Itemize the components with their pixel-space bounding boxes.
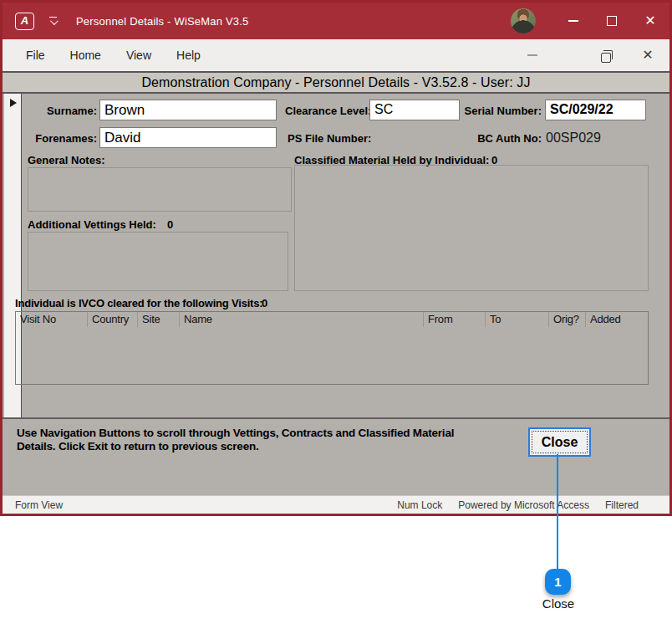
app-window: A Personnel Details - WiSeMan V3.5 ✕ Fil… (0, 0, 672, 516)
bc-auth-no-value: 00SP029 (546, 130, 601, 146)
forenames-label: Forenames: (25, 132, 97, 145)
close-button[interactable]: Close (528, 427, 591, 457)
close-icon: ✕ (644, 14, 655, 28)
restore-icon (601, 50, 612, 61)
quick-access-toolbar-chevron-icon[interactable] (48, 17, 58, 26)
close-window-button[interactable]: ✕ (631, 3, 669, 39)
col-site: Site (138, 312, 180, 327)
visits-table-header: Visit No Country Site Name From To Orig?… (16, 312, 648, 327)
surname-field[interactable]: Brown (99, 100, 277, 120)
document-restore-button[interactable] (589, 39, 623, 71)
menu-bar: File Home View Help ✕ (3, 39, 669, 71)
document-minimize-button[interactable] (516, 39, 549, 71)
chevron-down-icon (50, 17, 59, 25)
forenames-field[interactable]: David (99, 127, 277, 148)
page: A Personnel Details - WiSeMan V3.5 ✕ Fil… (0, 0, 672, 624)
status-filtered[interactable]: Filtered (605, 499, 639, 511)
form-body: Surname: Brown Clearance Level: SC Seria… (3, 94, 669, 417)
status-view-mode: Form View (15, 499, 63, 511)
general-notes-label: General Notes: (28, 154, 104, 166)
surname-label: Surname: (25, 105, 97, 117)
serial-number-label: Serial Number: (464, 105, 542, 117)
maximize-button[interactable] (593, 3, 631, 39)
menu-file[interactable]: File (3, 49, 58, 62)
title-bar: A Personnel Details - WiSeMan V3.5 ✕ (3, 3, 669, 39)
close-button-label: Close (530, 429, 589, 455)
form-title: Demonstration Company - Personnel Detail… (3, 71, 669, 94)
user-avatar[interactable] (511, 8, 536, 33)
status-num-lock: Num Lock (397, 499, 442, 511)
ps-file-number-label: PS File Number: (288, 132, 371, 145)
col-to: To (486, 312, 549, 327)
col-orig: Orig? (549, 312, 586, 327)
window-title: Personnel Details - WiSeMan V3.5 (76, 15, 249, 28)
callout-label: Close (528, 596, 588, 611)
minimize-button[interactable] (554, 3, 593, 39)
col-from: From (424, 312, 486, 327)
additional-vettings-label: Additional Vettings Held: (28, 218, 156, 231)
col-visit-no: Visit No (16, 312, 88, 327)
document-close-button[interactable]: ✕ (631, 39, 664, 71)
additional-vettings-count: 0 (167, 218, 173, 231)
visits-table[interactable]: Visit No Country Site Name From To Orig?… (15, 311, 649, 385)
menu-home[interactable]: Home (58, 49, 114, 62)
menu-view[interactable]: View (114, 49, 164, 62)
status-powered-by: Powered by Microsoft Access (458, 499, 589, 511)
serial-number-field[interactable]: SC/029/22 (545, 100, 646, 120)
close-icon: ✕ (642, 49, 653, 62)
clearance-level-label: Clearance Level: (285, 105, 366, 117)
menu-help[interactable]: Help (164, 49, 213, 62)
col-name: Name (180, 312, 424, 327)
callout-step-badge: 1 (545, 569, 571, 595)
minimize-icon (527, 54, 537, 56)
additional-vettings-list[interactable] (28, 232, 288, 291)
bc-auth-no-label: BC Auth No: (464, 132, 542, 145)
clearance-level-field[interactable]: SC (369, 100, 460, 120)
status-bar: Form View Num Lock Powered by Microsoft … (3, 495, 669, 514)
visits-label: Individual is IVCO cleared for the follo… (15, 297, 262, 309)
callout-connector-line (557, 454, 558, 570)
col-added: Added (586, 312, 648, 327)
minimize-icon (568, 20, 578, 22)
col-country: Country (88, 312, 138, 327)
form-footer: Use Navigation Buttons to scroll through… (3, 417, 669, 495)
status-right-group: Num Lock Powered by Microsoft Access Fil… (397, 499, 657, 511)
classified-material-list[interactable] (294, 165, 649, 291)
general-notes-field[interactable] (28, 167, 292, 212)
navigation-instructions: Use Navigation Buttons to scroll through… (17, 427, 490, 453)
access-app-icon[interactable]: A (15, 13, 34, 30)
record-selector-arrow-icon (10, 99, 17, 107)
visits-count: 0 (262, 297, 267, 309)
maximize-icon (607, 16, 617, 26)
